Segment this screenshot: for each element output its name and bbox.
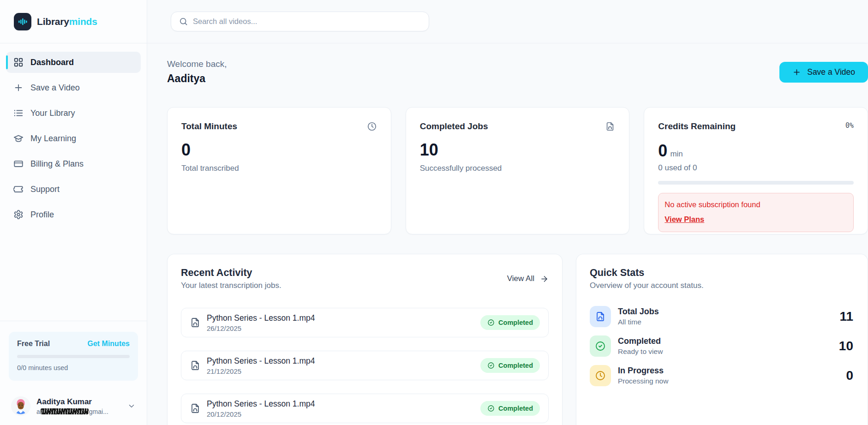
graduation-cap-icon xyxy=(13,133,24,144)
credits-remaining-card: Credits Remaining 0% 0min 0 used of 0 No… xyxy=(644,107,868,234)
card-subtitle: Successfully processed xyxy=(420,164,616,173)
top-bar xyxy=(147,0,868,43)
audio-file-icon xyxy=(590,306,611,327)
sidebar-item-label: Save a Video xyxy=(30,83,80,93)
arrow-right-icon xyxy=(540,275,549,283)
card-subtitle: Total transcribed xyxy=(181,164,377,173)
sidebar-nav: Dashboard Save a Video Your Library My L… xyxy=(0,43,147,225)
total-minutes-card: Total Minutes 0 Total transcribed xyxy=(167,107,391,234)
card-title: Total Minutes xyxy=(181,121,237,132)
stat-value: 10 xyxy=(839,339,853,353)
get-minutes-link[interactable]: Get Minutes xyxy=(87,340,130,348)
quick-stats-panel: Quick Stats Overview of your account sta… xyxy=(576,254,868,425)
sidebar-item-my-learning[interactable]: My Learning xyxy=(6,128,141,149)
plus-icon xyxy=(792,68,801,77)
sidebar-item-label: Billing & Plans xyxy=(30,159,84,169)
stat-label: Completed xyxy=(618,336,832,346)
stat-label: In Progress xyxy=(618,366,839,376)
card-title: Completed Jobs xyxy=(420,121,488,132)
active-indicator xyxy=(6,55,8,69)
sidebar-item-dashboard[interactable]: Dashboard xyxy=(6,52,141,73)
sidebar-item-label: Dashboard xyxy=(30,58,74,67)
sidebar-footer: Free Trial Get Minutes 0/0 minutes used xyxy=(0,321,147,425)
save-a-video-button[interactable]: Save a Video xyxy=(779,62,868,83)
trial-plan-label: Free Trial xyxy=(17,340,50,348)
stat-row-total-jobs: Total Jobs All time 11 xyxy=(590,304,853,329)
stat-sublabel: Processing now xyxy=(618,377,839,385)
brand-waveform-icon xyxy=(14,13,31,30)
plus-icon xyxy=(13,83,24,93)
search-icon xyxy=(179,17,188,26)
user-menu[interactable]: Aaditya Kumar agmai... xyxy=(9,396,138,416)
job-row[interactable]: Python Series - Lesson 1.mp4 21/12/2025 … xyxy=(181,351,549,380)
ticket-icon xyxy=(13,184,24,194)
audio-file-icon xyxy=(190,360,201,371)
main-area: Welcome back, Aaditya Save a Video Total… xyxy=(147,0,868,425)
sidebar-item-label: Your Library xyxy=(30,108,75,118)
chevron-down-icon[interactable] xyxy=(127,402,136,410)
recent-activity-panel: Recent Activity Your latest transcriptio… xyxy=(167,254,563,425)
welcome-block: Welcome back, Aaditya xyxy=(167,59,227,85)
sidebar-item-support[interactable]: Support xyxy=(6,179,141,200)
clock-icon xyxy=(367,121,377,132)
avatar xyxy=(11,396,30,416)
job-date: 26/12/2025 xyxy=(207,324,474,332)
sidebar-item-label: My Learning xyxy=(30,134,76,144)
jobs-list: Python Series - Lesson 1.mp4 26/12/2025 … xyxy=(181,308,549,423)
stat-value: 11 xyxy=(839,309,853,324)
view-all-link[interactable]: View All xyxy=(507,274,549,283)
email-redaction-scribble xyxy=(41,408,89,414)
status-badge: Completed xyxy=(480,315,540,330)
job-row[interactable]: Python Series - Lesson 1.mp4 20/12/2025 … xyxy=(181,394,549,423)
check-circle-icon xyxy=(487,362,495,369)
quick-stats-subtitle: Overview of your account status. xyxy=(590,281,704,290)
dashboard-grid-icon xyxy=(13,57,24,67)
recent-activity-title: Recent Activity xyxy=(181,267,281,279)
job-filename: Python Series - Lesson 1.mp4 xyxy=(207,399,474,409)
stat-sublabel: All time xyxy=(618,318,832,326)
stat-row-completed: Completed Ready to view 10 xyxy=(590,334,853,359)
gear-icon xyxy=(13,210,24,220)
stat-sublabel: Ready to view xyxy=(618,347,832,356)
completed-jobs-value: 10 xyxy=(420,142,616,158)
audio-file-icon xyxy=(190,403,201,414)
search-box[interactable] xyxy=(171,12,429,31)
dashboard-content: Welcome back, Aaditya Save a Video Total… xyxy=(147,43,868,425)
trial-progress-bar xyxy=(17,355,130,358)
view-plans-link[interactable]: View Plans xyxy=(664,215,704,224)
stat-label: Total Jobs xyxy=(618,307,832,317)
brand-logo[interactable]: Libraryminds xyxy=(0,0,147,43)
job-filename: Python Series - Lesson 1.mp4 xyxy=(207,356,474,366)
sidebar-item-save-a-video[interactable]: Save a Video xyxy=(6,77,141,98)
completed-jobs-card: Completed Jobs 10 Successfully processed xyxy=(406,107,630,234)
sidebar-item-label: Support xyxy=(30,185,60,194)
status-badge: Completed xyxy=(480,401,540,416)
job-row[interactable]: Python Series - Lesson 1.mp4 26/12/2025 … xyxy=(181,308,549,337)
sidebar-item-your-library[interactable]: Your Library xyxy=(6,102,141,124)
audio-file-icon xyxy=(605,121,615,132)
audio-file-icon xyxy=(190,317,201,328)
credits-usage-text: 0 used of 0 xyxy=(658,163,854,173)
free-trial-card: Free Trial Get Minutes 0/0 minutes used xyxy=(9,332,138,381)
page-title-username: Aaditya xyxy=(167,72,227,85)
quick-stats-title: Quick Stats xyxy=(590,267,704,279)
search-input[interactable] xyxy=(193,17,421,26)
welcome-text: Welcome back, xyxy=(167,59,227,69)
credit-card-icon xyxy=(13,159,24,169)
job-filename: Python Series - Lesson 1.mp4 xyxy=(207,313,474,323)
trial-usage-text: 0/0 minutes used xyxy=(17,364,130,371)
stat-row-in-progress: In Progress Processing now 0 xyxy=(590,363,853,388)
check-circle-icon xyxy=(487,405,495,412)
credits-percent-badge: 0% xyxy=(845,121,854,130)
sidebar-item-label: Profile xyxy=(30,210,54,220)
sidebar-item-profile[interactable]: Profile xyxy=(6,204,141,225)
quick-stats-list: Total Jobs All time 11 Completed Ready t… xyxy=(590,304,854,388)
total-minutes-value: 0 xyxy=(181,142,377,158)
sidebar-item-billing-plans[interactable]: Billing & Plans xyxy=(6,153,141,174)
brand-name: Libraryminds xyxy=(37,16,97,27)
job-date: 20/12/2025 xyxy=(207,410,474,418)
user-name: Aaditya Kumar xyxy=(36,397,121,407)
card-title: Credits Remaining xyxy=(658,121,736,132)
clock-icon xyxy=(590,365,611,386)
credits-progress-bar xyxy=(658,181,854,185)
